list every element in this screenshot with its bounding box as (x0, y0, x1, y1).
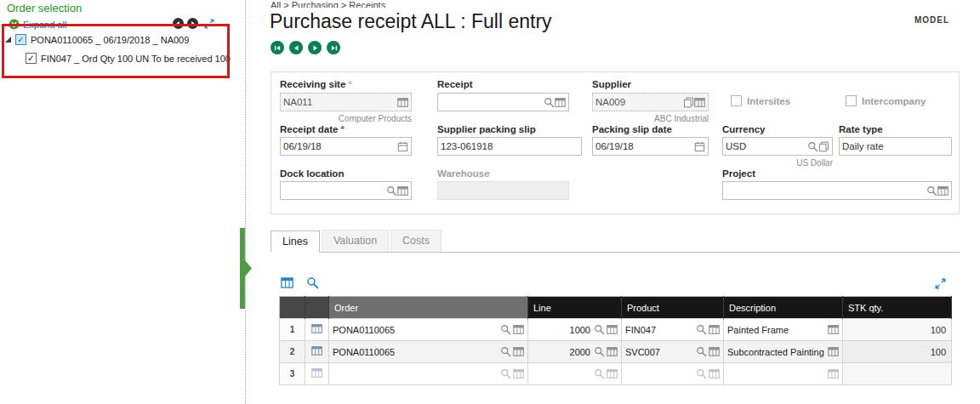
receiving-site-field[interactable]: NA011 (280, 93, 412, 111)
model-label[interactable]: MODEL (914, 15, 949, 25)
grid-select-icon[interactable] (828, 368, 839, 379)
search-icon[interactable] (500, 368, 511, 379)
search-icon[interactable] (696, 324, 707, 335)
row-number-cell[interactable]: 1 (280, 319, 305, 341)
search-icon[interactable] (594, 368, 605, 379)
grid-select-icon[interactable] (694, 97, 705, 108)
product-cell[interactable]: FIN047 (622, 319, 724, 341)
grid-select-icon[interactable] (311, 345, 322, 356)
tab-lines[interactable]: Lines (271, 230, 320, 253)
grid-select-icon[interactable] (311, 367, 322, 378)
search-icon[interactable] (594, 346, 605, 357)
expand-all-icon (9, 19, 20, 30)
documents-icon[interactable] (683, 97, 694, 108)
grid-expand-icon[interactable] (935, 278, 946, 289)
grid-select-icon[interactable] (607, 324, 618, 335)
intercompany-checkbox[interactable] (846, 95, 857, 106)
qty-cell[interactable] (843, 363, 952, 385)
search-icon[interactable] (594, 324, 605, 335)
first-record-button[interactable] (271, 41, 284, 54)
breadcrumb[interactable]: All > Purchasing > Receipts (271, 0, 388, 8)
last-record-button[interactable] (327, 41, 340, 54)
column-header-product[interactable]: Product (622, 297, 724, 319)
description-cell[interactable] (724, 363, 843, 385)
documents-icon[interactable] (818, 141, 829, 152)
row-number-cell[interactable]: 3 (280, 363, 305, 385)
line-checkbox[interactable]: ✓ (26, 53, 37, 64)
order-cell[interactable]: PONA0110065 (329, 341, 528, 363)
grid-select-icon[interactable] (311, 323, 322, 334)
product-cell[interactable]: SVC007 (622, 341, 724, 363)
order-cell[interactable]: PONA0110065 (329, 319, 528, 341)
calendar-icon[interactable] (397, 141, 408, 152)
row-action-cell[interactable] (305, 363, 329, 385)
search-icon[interactable] (500, 346, 511, 357)
column-header-line[interactable]: Line (528, 297, 622, 319)
qty-cell[interactable]: 100 (843, 319, 952, 341)
search-icon[interactable] (500, 324, 511, 335)
tree-node-order[interactable]: ✓ PONA0110065 _ 06/19/2018 _ NA009 (5, 34, 189, 45)
panel-next-button[interactable] (187, 18, 198, 29)
tab-costs[interactable]: Costs (390, 230, 442, 252)
order-checkbox[interactable]: ✓ (15, 34, 26, 45)
row-action-cell[interactable] (305, 319, 329, 341)
description-cell[interactable]: Painted Frame (724, 319, 843, 341)
grid-select-icon[interactable] (513, 368, 524, 379)
grid-select-icon[interactable] (513, 346, 524, 357)
grid-select-icon[interactable] (709, 368, 720, 379)
column-header-qty[interactable]: STK qty. (843, 297, 952, 319)
search-icon[interactable] (386, 185, 397, 196)
qty-cell[interactable]: 100 (843, 341, 952, 363)
grid-select-icon[interactable] (937, 185, 949, 196)
search-icon[interactable] (696, 346, 707, 357)
currency-field[interactable]: USD (722, 137, 833, 156)
tab-valuation[interactable]: Valuation (322, 230, 389, 252)
search-icon[interactable] (807, 141, 818, 152)
calendar-icon[interactable] (694, 141, 705, 152)
row-number-cell[interactable]: 2 (280, 341, 305, 363)
line-cell[interactable]: 2000 (528, 341, 622, 363)
grid-select-icon[interactable] (555, 97, 566, 108)
search-icon[interactable] (926, 185, 937, 196)
line-cell[interactable] (528, 363, 622, 385)
grid-select-icon[interactable] (607, 346, 618, 357)
dock-location-field[interactable] (280, 181, 412, 200)
tree-caret-icon[interactable] (5, 37, 11, 43)
grid-search-icon[interactable] (306, 276, 319, 289)
next-record-button[interactable] (308, 41, 322, 54)
product-cell[interactable] (622, 363, 724, 385)
previous-record-button[interactable] (289, 41, 303, 54)
receipt-field[interactable] (437, 93, 569, 111)
description-cell[interactable]: Subcontracted Painting (724, 341, 843, 363)
order-cell[interactable] (329, 363, 528, 385)
grid-select-icon[interactable] (397, 97, 408, 108)
grid-select-icon[interactable] (607, 368, 618, 379)
search-icon[interactable] (696, 368, 707, 379)
panel-prev-button[interactable] (173, 18, 184, 29)
panel-expand-icon[interactable] (204, 19, 214, 29)
supplier-packing-slip-field[interactable]: 123-061918 (437, 137, 582, 156)
intercompany-checkbox-row[interactable]: Intercompany (846, 95, 926, 106)
column-header-order[interactable]: Order (329, 297, 528, 319)
receiving-site-label: Receiving site* (280, 79, 352, 89)
grid-select-icon[interactable] (709, 324, 720, 335)
expand-all-link[interactable]: Expand all (9, 19, 66, 30)
receipt-date-field[interactable]: 06/19/18 (280, 137, 412, 156)
intersites-checkbox-row[interactable]: Intersites (731, 95, 790, 106)
rate-type-field[interactable]: Daily rate (839, 137, 952, 156)
project-field[interactable] (722, 181, 952, 200)
tree-node-line[interactable]: ✓ FIN047 _ Ord Qty 100 UN To be received… (26, 53, 231, 64)
intersites-checkbox[interactable] (731, 95, 742, 106)
supplier-field[interactable]: NA009 (592, 93, 709, 111)
grid-columns-icon[interactable] (281, 276, 293, 289)
grid-select-icon[interactable] (828, 324, 839, 335)
packing-slip-date-field[interactable]: 06/19/18 (592, 137, 709, 156)
line-cell[interactable]: 1000 (528, 319, 622, 341)
grid-select-icon[interactable] (513, 324, 524, 335)
column-header-description[interactable]: Description (724, 297, 843, 319)
search-icon[interactable] (544, 97, 555, 108)
grid-select-icon[interactable] (828, 346, 839, 357)
grid-select-icon[interactable] (709, 346, 720, 357)
grid-select-icon[interactable] (397, 185, 408, 196)
row-action-cell[interactable] (305, 341, 329, 363)
